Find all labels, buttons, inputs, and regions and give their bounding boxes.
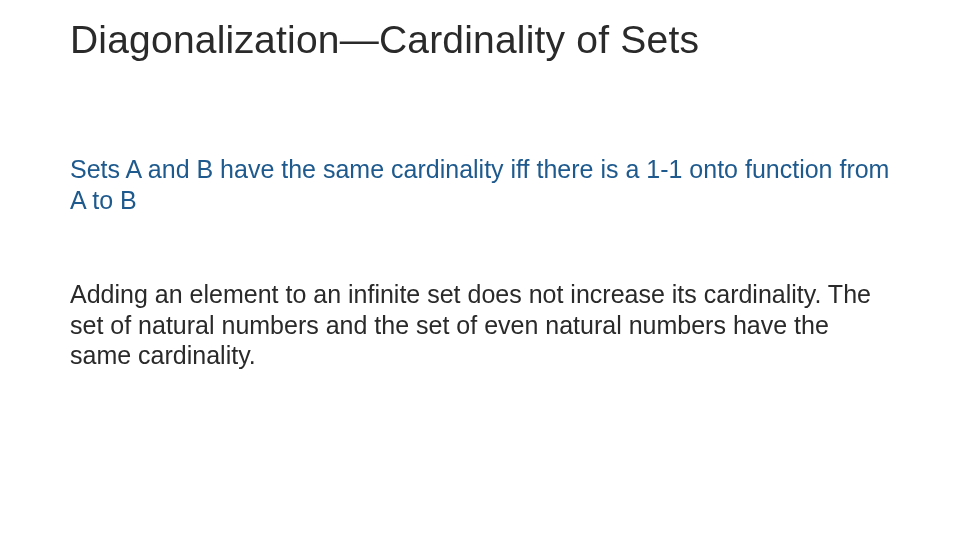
cardinality-definition: Sets A and B have the same cardinality i… (70, 154, 890, 215)
slide-title: Diagonalization—Cardinality of Sets (70, 18, 890, 62)
body-paragraph: Adding an element to an infinite set doe… (70, 279, 890, 371)
